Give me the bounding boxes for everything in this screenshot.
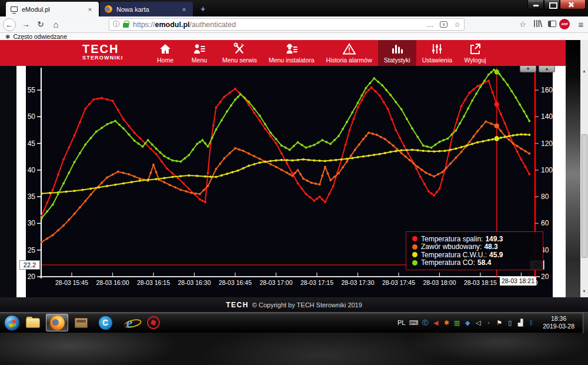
- tab-title: eModul.pl: [22, 6, 86, 13]
- box-app-icon: [75, 318, 88, 328]
- start-button[interactable]: [4, 315, 20, 331]
- alarm-warning-icon: [343, 42, 356, 55]
- svg-text:28-03 15:45: 28-03 15:45: [55, 279, 88, 286]
- nav-item-menu-instalatora[interactable]: Menu instalatora: [263, 40, 320, 66]
- cursor-time-tooltip: 28-03 18:21: [500, 277, 536, 286]
- svg-text:20: 20: [541, 273, 549, 281]
- bookmark-item[interactable]: Często odwiedzane: [13, 33, 67, 40]
- scroll-down-icon[interactable]: ▼: [580, 287, 588, 295]
- action-center-icon[interactable]: ⚑: [496, 319, 503, 327]
- svg-text:35: 35: [28, 193, 36, 201]
- nav-item-menu[interactable]: Menu: [182, 40, 216, 66]
- chart-control-button[interactable]: ▴: [539, 66, 555, 72]
- tab-emodul[interactable]: eModul.pl ×: [6, 2, 99, 16]
- scroll-up-icon[interactable]: ▲: [580, 67, 588, 75]
- adblock-plus-icon[interactable]: ABP: [559, 19, 570, 29]
- user-menu-icon: [193, 42, 206, 55]
- explorer-icon: [26, 318, 40, 328]
- bluetooth-icon[interactable]: ᛒ: [527, 319, 534, 326]
- keyboard-icon[interactable]: ⌨: [409, 319, 418, 327]
- language-indicator[interactable]: PL: [397, 319, 405, 326]
- firefox-icon: [50, 316, 65, 330]
- show-desktop-button[interactable]: [583, 313, 588, 333]
- page-actions-icon[interactable]: …: [426, 21, 433, 29]
- svg-text:28-03 17:30: 28-03 17:30: [341, 279, 374, 286]
- volume-mixer-icon[interactable]: ◀: [432, 319, 439, 327]
- frequently-visited-icon: ✱: [5, 34, 10, 40]
- page-dark-margin: [0, 66, 16, 297]
- taskbar-explorer[interactable]: [22, 314, 44, 331]
- legend-row: Temperatura C.W.U.:45.9: [412, 251, 538, 259]
- desktop-wallpaper: [0, 333, 588, 365]
- home-button[interactable]: ⌂: [49, 18, 62, 31]
- settings-sliders-icon: [430, 42, 443, 55]
- network-icon[interactable]: ▟: [517, 319, 524, 327]
- close-button[interactable]: [560, 0, 586, 9]
- installer-icon: [285, 42, 298, 55]
- svg-text:28-03 16:30: 28-03 16:30: [178, 279, 211, 286]
- sidebar-toggle-icon[interactable]: [546, 19, 559, 30]
- chart-control-button[interactable]: ▾: [520, 66, 536, 72]
- browser-titlebar: eModul.pl × Nowa karta × +: [0, 0, 588, 16]
- minimize-button[interactable]: [527, 0, 544, 9]
- speaker-icon[interactable]: ◁: [475, 319, 482, 327]
- nav-item-menu-serwis[interactable]: Menu serwis: [216, 40, 263, 66]
- taskbar-red-tool[interactable]: [142, 314, 165, 331]
- new-tab-button[interactable]: +: [196, 4, 209, 15]
- nav-item-ustawienia[interactable]: Ustawienia: [416, 40, 458, 66]
- nav-item-historia-alarmow[interactable]: Historia alarmów: [320, 40, 378, 66]
- taskbar-internet-explorer[interactable]: e: [118, 314, 141, 331]
- legend-row: Temperatura spalin:149.3: [412, 235, 538, 243]
- firefox-favicon: [105, 5, 112, 13]
- cleaner-app-icon: C: [99, 316, 112, 330]
- nav-item-home[interactable]: Home: [148, 40, 182, 66]
- taskbar-firefox[interactable]: [46, 314, 68, 331]
- taskbar-cleaner-app[interactable]: C: [94, 314, 116, 331]
- internet-explorer-icon: e: [126, 316, 133, 330]
- url-text[interactable]: https://emodul.pl/authenticated: [133, 21, 420, 29]
- url-bar[interactable]: ⓘ https://emodul.pl/authenticated … ∨ ☆: [109, 18, 465, 31]
- legend-row: Zawór wbudowany:48.3: [412, 243, 538, 251]
- site-footer: TECH © Copyright by TECH Sterowniki 2019: [0, 297, 588, 312]
- battery-meter-icon[interactable]: ▥: [453, 319, 460, 327]
- tab-close-icon[interactable]: ×: [180, 6, 188, 13]
- shield-icon[interactable]: ◆: [464, 319, 471, 327]
- emodul-favicon: [11, 6, 18, 12]
- page-info-icon[interactable]: ⓘ: [113, 19, 120, 29]
- statistics-chart[interactable]: 55504540353025201601401201008060402028-0…: [26, 66, 553, 297]
- svg-text:140: 140: [541, 112, 553, 121]
- back-button[interactable]: ←: [3, 18, 16, 31]
- taskbar-clock[interactable]: 18:36 2019-03-28: [543, 315, 574, 330]
- taskbar-archive-app[interactable]: [70, 314, 92, 331]
- power-icon[interactable]: ▯: [506, 319, 513, 327]
- tech-logo[interactable]: TECH STEROWNIKI: [82, 43, 141, 66]
- red-tool-icon: [147, 316, 160, 329]
- https-lock-icon[interactable]: [123, 23, 129, 28]
- site-navigation: TECH STEROWNIKI Home Menu Menu serwis Me…: [0, 40, 566, 66]
- svg-text:50: 50: [28, 112, 36, 121]
- svg-text:25: 25: [28, 246, 36, 254]
- series-dot-spalin: [412, 236, 417, 241]
- maximize-button[interactable]: [544, 0, 560, 9]
- svg-text:80: 80: [541, 193, 549, 201]
- forward-button[interactable]: →: [19, 18, 32, 31]
- nav-item-wyloguj[interactable]: Wyloguj: [458, 40, 492, 66]
- home-icon: [159, 42, 172, 55]
- tab-new-tab[interactable]: Nowa karta ×: [100, 2, 193, 16]
- bookmarks-menu-icon[interactable]: ☆: [516, 19, 529, 30]
- chart-legend: Temperatura spalin:149.3 Zawór wbudowany…: [406, 231, 543, 270]
- library-icon[interactable]: [531, 19, 544, 30]
- scrollbar-thumb[interactable]: [582, 134, 587, 258]
- series-dot-zawor: [412, 244, 417, 250]
- tab-close-icon[interactable]: ×: [86, 6, 94, 13]
- updater-icon[interactable]: Ⓒ: [422, 318, 429, 327]
- reload-button[interactable]: ↻: [34, 18, 47, 31]
- hidden-icons-icon[interactable]: ▪: [485, 319, 492, 326]
- pocket-icon[interactable]: ∨: [440, 21, 447, 28]
- bookmark-star-icon[interactable]: ☆: [454, 21, 460, 29]
- avast-icon[interactable]: ✱: [443, 319, 450, 327]
- nav-item-statystyki[interactable]: Statystyki: [378, 40, 416, 66]
- svg-text:55: 55: [28, 86, 36, 94]
- menu-hamburger-icon[interactable]: ≡: [574, 19, 587, 30]
- page-scrollbar[interactable]: ▲ ▼: [580, 40, 588, 297]
